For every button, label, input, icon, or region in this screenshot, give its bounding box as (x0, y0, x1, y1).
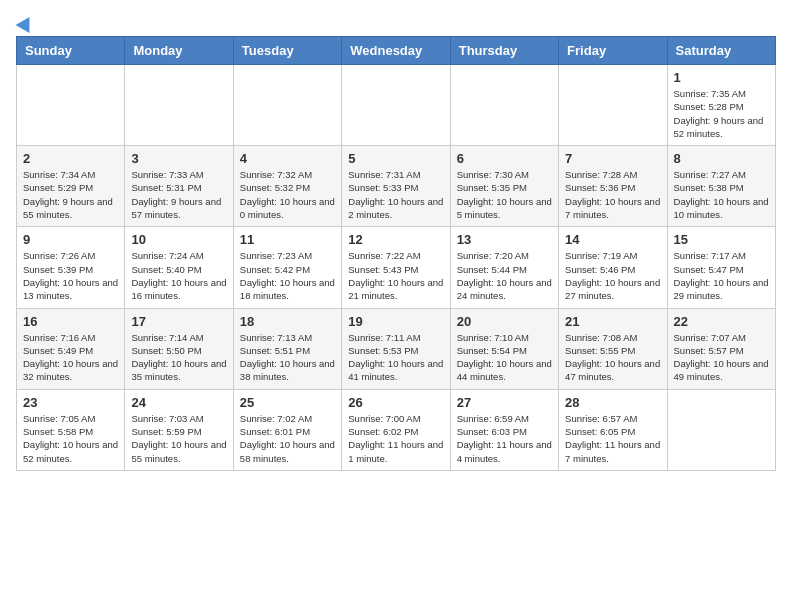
day-info: Sunrise: 7:10 AM Sunset: 5:54 PM Dayligh… (457, 331, 552, 384)
calendar-cell (450, 65, 558, 146)
calendar-cell: 23Sunrise: 7:05 AM Sunset: 5:58 PM Dayli… (17, 389, 125, 470)
day-info: Sunrise: 6:57 AM Sunset: 6:05 PM Dayligh… (565, 412, 660, 465)
day-number: 14 (565, 232, 660, 247)
calendar-cell (125, 65, 233, 146)
day-info: Sunrise: 7:28 AM Sunset: 5:36 PM Dayligh… (565, 168, 660, 221)
calendar-cell: 9Sunrise: 7:26 AM Sunset: 5:39 PM Daylig… (17, 227, 125, 308)
weekday-header-monday: Monday (125, 37, 233, 65)
day-number: 1 (674, 70, 769, 85)
day-info: Sunrise: 7:19 AM Sunset: 5:46 PM Dayligh… (565, 249, 660, 302)
weekday-header-wednesday: Wednesday (342, 37, 450, 65)
day-info: Sunrise: 7:05 AM Sunset: 5:58 PM Dayligh… (23, 412, 118, 465)
day-number: 17 (131, 314, 226, 329)
calendar-cell: 19Sunrise: 7:11 AM Sunset: 5:53 PM Dayli… (342, 308, 450, 389)
day-info: Sunrise: 7:07 AM Sunset: 5:57 PM Dayligh… (674, 331, 769, 384)
day-number: 12 (348, 232, 443, 247)
calendar-cell: 13Sunrise: 7:20 AM Sunset: 5:44 PM Dayli… (450, 227, 558, 308)
calendar-cell: 16Sunrise: 7:16 AM Sunset: 5:49 PM Dayli… (17, 308, 125, 389)
calendar-week-row: 9Sunrise: 7:26 AM Sunset: 5:39 PM Daylig… (17, 227, 776, 308)
day-number: 28 (565, 395, 660, 410)
day-number: 23 (23, 395, 118, 410)
day-number: 16 (23, 314, 118, 329)
logo (16, 16, 34, 28)
calendar-cell (667, 389, 775, 470)
day-info: Sunrise: 7:27 AM Sunset: 5:38 PM Dayligh… (674, 168, 769, 221)
weekday-header-sunday: Sunday (17, 37, 125, 65)
day-number: 19 (348, 314, 443, 329)
calendar-cell: 10Sunrise: 7:24 AM Sunset: 5:40 PM Dayli… (125, 227, 233, 308)
calendar-header-row: SundayMondayTuesdayWednesdayThursdayFrid… (17, 37, 776, 65)
weekday-header-friday: Friday (559, 37, 667, 65)
day-number: 10 (131, 232, 226, 247)
calendar-cell (342, 65, 450, 146)
page-header (16, 16, 776, 28)
day-info: Sunrise: 7:32 AM Sunset: 5:32 PM Dayligh… (240, 168, 335, 221)
calendar-cell: 21Sunrise: 7:08 AM Sunset: 5:55 PM Dayli… (559, 308, 667, 389)
day-number: 27 (457, 395, 552, 410)
day-number: 8 (674, 151, 769, 166)
calendar-cell: 20Sunrise: 7:10 AM Sunset: 5:54 PM Dayli… (450, 308, 558, 389)
day-number: 15 (674, 232, 769, 247)
day-info: Sunrise: 7:22 AM Sunset: 5:43 PM Dayligh… (348, 249, 443, 302)
day-info: Sunrise: 7:14 AM Sunset: 5:50 PM Dayligh… (131, 331, 226, 384)
weekday-header-saturday: Saturday (667, 37, 775, 65)
calendar-cell: 24Sunrise: 7:03 AM Sunset: 5:59 PM Dayli… (125, 389, 233, 470)
day-info: Sunrise: 7:34 AM Sunset: 5:29 PM Dayligh… (23, 168, 118, 221)
day-info: Sunrise: 7:35 AM Sunset: 5:28 PM Dayligh… (674, 87, 769, 140)
calendar-cell: 22Sunrise: 7:07 AM Sunset: 5:57 PM Dayli… (667, 308, 775, 389)
day-number: 7 (565, 151, 660, 166)
calendar-week-row: 16Sunrise: 7:16 AM Sunset: 5:49 PM Dayli… (17, 308, 776, 389)
calendar-cell: 5Sunrise: 7:31 AM Sunset: 5:33 PM Daylig… (342, 146, 450, 227)
day-info: Sunrise: 7:30 AM Sunset: 5:35 PM Dayligh… (457, 168, 552, 221)
calendar-cell: 1Sunrise: 7:35 AM Sunset: 5:28 PM Daylig… (667, 65, 775, 146)
day-info: Sunrise: 7:17 AM Sunset: 5:47 PM Dayligh… (674, 249, 769, 302)
day-info: Sunrise: 7:31 AM Sunset: 5:33 PM Dayligh… (348, 168, 443, 221)
day-number: 24 (131, 395, 226, 410)
calendar-cell: 26Sunrise: 7:00 AM Sunset: 6:02 PM Dayli… (342, 389, 450, 470)
calendar-cell (17, 65, 125, 146)
calendar-cell: 12Sunrise: 7:22 AM Sunset: 5:43 PM Dayli… (342, 227, 450, 308)
day-info: Sunrise: 7:26 AM Sunset: 5:39 PM Dayligh… (23, 249, 118, 302)
day-info: Sunrise: 7:23 AM Sunset: 5:42 PM Dayligh… (240, 249, 335, 302)
calendar-week-row: 2Sunrise: 7:34 AM Sunset: 5:29 PM Daylig… (17, 146, 776, 227)
day-number: 20 (457, 314, 552, 329)
calendar-cell: 7Sunrise: 7:28 AM Sunset: 5:36 PM Daylig… (559, 146, 667, 227)
day-number: 18 (240, 314, 335, 329)
day-info: Sunrise: 7:00 AM Sunset: 6:02 PM Dayligh… (348, 412, 443, 465)
calendar-cell: 2Sunrise: 7:34 AM Sunset: 5:29 PM Daylig… (17, 146, 125, 227)
day-info: Sunrise: 7:08 AM Sunset: 5:55 PM Dayligh… (565, 331, 660, 384)
calendar-cell: 3Sunrise: 7:33 AM Sunset: 5:31 PM Daylig… (125, 146, 233, 227)
calendar-cell: 27Sunrise: 6:59 AM Sunset: 6:03 PM Dayli… (450, 389, 558, 470)
calendar-cell: 15Sunrise: 7:17 AM Sunset: 5:47 PM Dayli… (667, 227, 775, 308)
day-number: 2 (23, 151, 118, 166)
day-info: Sunrise: 7:02 AM Sunset: 6:01 PM Dayligh… (240, 412, 335, 465)
calendar-cell: 8Sunrise: 7:27 AM Sunset: 5:38 PM Daylig… (667, 146, 775, 227)
calendar-week-row: 23Sunrise: 7:05 AM Sunset: 5:58 PM Dayli… (17, 389, 776, 470)
day-info: Sunrise: 7:20 AM Sunset: 5:44 PM Dayligh… (457, 249, 552, 302)
day-number: 5 (348, 151, 443, 166)
calendar-cell: 6Sunrise: 7:30 AM Sunset: 5:35 PM Daylig… (450, 146, 558, 227)
calendar-cell: 4Sunrise: 7:32 AM Sunset: 5:32 PM Daylig… (233, 146, 341, 227)
calendar-cell: 25Sunrise: 7:02 AM Sunset: 6:01 PM Dayli… (233, 389, 341, 470)
calendar-cell: 14Sunrise: 7:19 AM Sunset: 5:46 PM Dayli… (559, 227, 667, 308)
calendar-cell: 17Sunrise: 7:14 AM Sunset: 5:50 PM Dayli… (125, 308, 233, 389)
day-number: 13 (457, 232, 552, 247)
day-number: 21 (565, 314, 660, 329)
day-number: 25 (240, 395, 335, 410)
day-info: Sunrise: 7:33 AM Sunset: 5:31 PM Dayligh… (131, 168, 226, 221)
calendar-cell (233, 65, 341, 146)
day-number: 11 (240, 232, 335, 247)
day-number: 22 (674, 314, 769, 329)
weekday-header-tuesday: Tuesday (233, 37, 341, 65)
day-info: Sunrise: 6:59 AM Sunset: 6:03 PM Dayligh… (457, 412, 552, 465)
day-info: Sunrise: 7:11 AM Sunset: 5:53 PM Dayligh… (348, 331, 443, 384)
day-number: 4 (240, 151, 335, 166)
calendar-cell: 28Sunrise: 6:57 AM Sunset: 6:05 PM Dayli… (559, 389, 667, 470)
logo-triangle-icon (16, 13, 37, 33)
weekday-header-thursday: Thursday (450, 37, 558, 65)
day-number: 6 (457, 151, 552, 166)
day-number: 9 (23, 232, 118, 247)
calendar-cell: 11Sunrise: 7:23 AM Sunset: 5:42 PM Dayli… (233, 227, 341, 308)
day-info: Sunrise: 7:13 AM Sunset: 5:51 PM Dayligh… (240, 331, 335, 384)
day-info: Sunrise: 7:03 AM Sunset: 5:59 PM Dayligh… (131, 412, 226, 465)
